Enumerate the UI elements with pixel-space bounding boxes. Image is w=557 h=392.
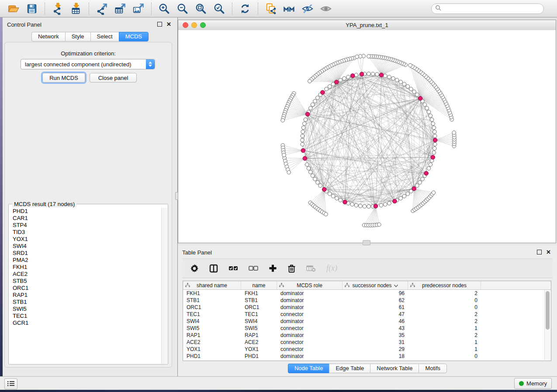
gear-icon[interactable] [190, 264, 199, 273]
mcds-result-item[interactable]: STB1 [13, 299, 162, 306]
mcds-result-item[interactable]: ACE2 [13, 271, 162, 278]
mcds-hub-node [424, 171, 429, 175]
search-box[interactable] [431, 3, 544, 14]
tab-network-table[interactable]: Network Table [370, 364, 419, 373]
table-row[interactable]: FKH1FKH1dominator962 [183, 290, 551, 297]
optimization-criterion-select[interactable]: largest connected component (undirected) [21, 59, 155, 69]
export-image-icon[interactable] [132, 2, 145, 15]
deselect-all-icon[interactable] [249, 265, 258, 272]
toolbar-separator [45, 3, 45, 15]
zoom-in-icon[interactable] [158, 2, 171, 15]
table-row[interactable]: PHD1PHD1dominator180 [183, 353, 551, 360]
mcds-result-item[interactable]: SWI4 [13, 243, 162, 250]
tab-node-table[interactable]: Node Table [288, 364, 329, 373]
first-neighbors-icon[interactable] [283, 2, 296, 15]
optimization-criterion-label: Optimization criterion: [5, 50, 172, 57]
horizontal-splitter-handle[interactable] [363, 240, 370, 245]
mcds-result-item[interactable]: PMA2 [13, 257, 162, 264]
column-header-label: predecessor nodes [422, 282, 467, 289]
float-table-panel-icon[interactable] [537, 250, 542, 254]
tab-edge-table[interactable]: Edge Table [329, 364, 370, 373]
table-cell: STB1 [241, 297, 277, 304]
table-panel-window-buttons: ✕ [537, 250, 551, 254]
mcds-result-item[interactable]: RAP1 [13, 292, 162, 299]
toolbar-icon-groups [4, 2, 335, 15]
zoom-selected-icon[interactable] [213, 2, 226, 15]
close-table-panel-icon[interactable]: ✕ [546, 250, 551, 254]
table-row[interactable]: RAP1RAP1dominator352 [183, 332, 551, 339]
network-graph-canvas[interactable] [178, 30, 556, 243]
mcds-result-item[interactable]: YOX1 [13, 236, 162, 243]
new-network-from-selection-icon[interactable] [264, 2, 277, 15]
import-table-icon[interactable] [69, 2, 83, 15]
tab-network[interactable]: Network [31, 32, 65, 41]
export-network-icon[interactable] [95, 2, 108, 15]
task-history-button[interactable] [4, 378, 17, 389]
network-window-titlebar[interactable]: YPA_prune.txt_1 [178, 20, 556, 31]
close-panel-button[interactable]: Close panel [90, 73, 137, 83]
refresh-layout-icon[interactable] [239, 2, 252, 15]
save-icon[interactable] [25, 2, 38, 15]
tab-mcds[interactable]: MCDS [119, 32, 149, 41]
mcds-list-scrollbar[interactable] [161, 208, 167, 364]
table-cell: ORC1 [241, 304, 277, 311]
zoom-fit-icon[interactable] [194, 2, 208, 15]
mcds-result-item[interactable]: SWI5 [13, 306, 162, 313]
table-row[interactable]: TEC1TEC1connector472 [183, 311, 551, 318]
search-icon [435, 5, 442, 13]
table-cell: TEC1 [183, 311, 241, 318]
tab-style[interactable]: Style [65, 32, 90, 41]
add-icon[interactable] [269, 264, 277, 272]
column-header-name[interactable]: name [241, 281, 277, 289]
mcds-result-item[interactable]: STB5 [13, 278, 162, 285]
zoom-out-icon[interactable] [176, 2, 189, 15]
table-body: FKH1FKH1dominator962STB1STB1dominator620… [183, 290, 551, 360]
mcds-result-list[interactable]: PHD1CAR1STP4TID3YOX1SWI4SRD1PMA2FKH1ACE2… [9, 208, 162, 364]
mcds-result-item[interactable]: PHD1 [13, 208, 162, 215]
table-row[interactable]: STB1STB1dominator620 [183, 297, 551, 304]
table-scrollbar[interactable] [544, 290, 550, 360]
column-header-MCDS-role[interactable]: MCDS role [277, 281, 343, 289]
table-cell: 2 [408, 318, 481, 325]
trash-icon[interactable] [287, 264, 296, 273]
column-header-predecessor-nodes[interactable]: predecessor nodes [408, 281, 481, 289]
mcds-result-item[interactable]: FKH1 [13, 264, 162, 271]
table-row[interactable]: SWI4SWI4dominator462 [183, 318, 551, 325]
table-row[interactable]: YOX1YOX1connector291 [183, 346, 551, 353]
search-input[interactable] [442, 5, 543, 13]
tab-select[interactable]: Select [90, 32, 119, 41]
memory-button[interactable]: Memory [514, 378, 552, 389]
columns-icon[interactable] [209, 264, 218, 273]
close-panel-icon[interactable]: ✕ [166, 22, 171, 26]
mcds-result-item[interactable]: STP4 [13, 222, 162, 229]
export-table-icon[interactable] [114, 2, 127, 15]
column-header-shared-name[interactable]: shared name [183, 281, 241, 289]
table-cell: connector [277, 325, 343, 332]
hide-selected-icon[interactable] [301, 2, 314, 15]
table-cell: TEC1 [241, 311, 277, 318]
table-panel-title: Table Panel [182, 249, 212, 256]
table-row[interactable]: ORC1ORC1dominator610 [183, 304, 551, 311]
column-header-successor-nodes[interactable]: successor nodes [343, 281, 408, 289]
tab-motifs[interactable]: Motifs [419, 364, 447, 373]
mcds-result-item[interactable]: GCR1 [13, 320, 162, 327]
table-cell: dominator [277, 332, 343, 339]
open-folder-icon[interactable] [7, 2, 20, 15]
mcds-result-item[interactable]: SRD1 [13, 250, 162, 257]
table-cell: 18 [343, 353, 408, 360]
table-scrollbar-thumb[interactable] [546, 291, 550, 330]
mcds-result-item[interactable]: TEC1 [13, 313, 162, 320]
mcds-result-item[interactable]: TID3 [13, 229, 162, 236]
mcds-hub-node [412, 186, 416, 191]
table-row[interactable]: SWI5SWI5connector431 [183, 325, 551, 332]
table-row[interactable]: ACE2ACE2connector311 [183, 339, 551, 346]
show-all-icon[interactable] [319, 2, 332, 15]
import-network-icon[interactable] [51, 2, 64, 15]
table-cell: ACE2 [241, 339, 277, 346]
run-mcds-button[interactable]: Run MCDS [42, 73, 85, 83]
float-panel-icon[interactable] [157, 22, 162, 27]
table-cell: SWI4 [183, 318, 241, 325]
mcds-result-item[interactable]: CAR1 [13, 215, 162, 222]
select-all-icon[interactable] [228, 265, 238, 272]
mcds-result-item[interactable]: ORC1 [13, 285, 162, 292]
